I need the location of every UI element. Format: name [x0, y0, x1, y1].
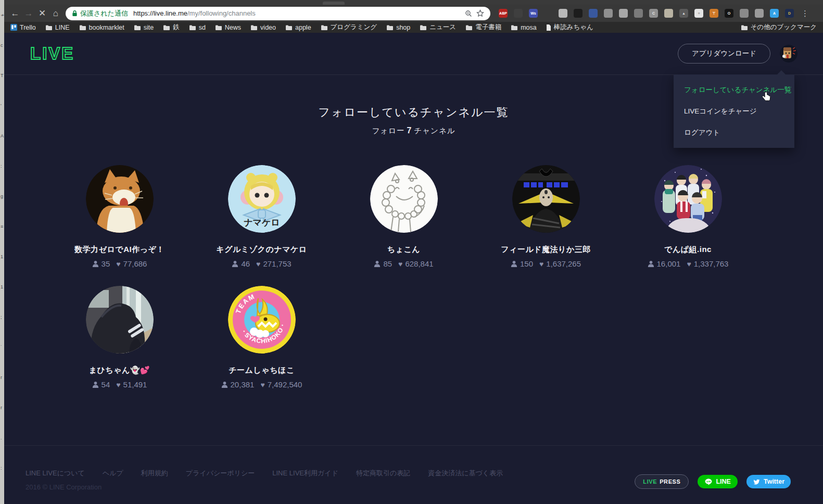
channel-card[interactable]: でんぱ組.inc 16,001 ♥ 1,337,763 [617, 165, 759, 268]
triangle-icon[interactable]: ▲ [679, 9, 688, 18]
footer-link-guide[interactable]: LINE LIVE利用ガイド [272, 469, 338, 478]
channel-card[interactable]: ちょこん 85 ♥ 628,841 [333, 165, 475, 268]
other-bookmarks[interactable]: その他のブックマーク [741, 23, 817, 32]
panda-icon[interactable] [574, 9, 583, 18]
translate-icon[interactable]: A [770, 9, 779, 18]
bookmark-item[interactable]: ニュース [420, 23, 456, 32]
bookmark-item[interactable]: News [215, 24, 241, 31]
channel-name: フィールド魔法りか三郎 [475, 245, 617, 255]
swirl-icon[interactable] [604, 9, 613, 18]
bulb-icon[interactable] [619, 9, 628, 18]
gray-one-icon[interactable] [740, 9, 749, 18]
bookmark-label: mosa [521, 24, 537, 31]
home-icon[interactable]: ⌂ [49, 8, 62, 19]
doc-icon[interactable]: ≡ [694, 9, 703, 18]
bookmark-item[interactable]: shop [386, 24, 410, 31]
wordservice-icon[interactable]: Ws [529, 9, 538, 18]
channel-card[interactable]: フィールド魔法りか三郎 150 ♥ 1,637,265 [475, 165, 617, 268]
menu-item-logout[interactable]: ログアウト [674, 122, 794, 143]
bookmark-item[interactable]: 鉄 [163, 23, 180, 32]
bookmark-item[interactable]: apple [285, 24, 311, 31]
channel-card[interactable]: TEAM・SYACHIHOKO・ チームしゃちほこ 20,381 ♥ 7,492… [191, 286, 333, 389]
c-ext-icon[interactable]: C [649, 9, 658, 18]
channel-avatar[interactable] [512, 165, 580, 233]
bookmark-item[interactable]: site [134, 24, 154, 31]
channel-avatar[interactable] [86, 165, 154, 233]
menu-item-charge-coins[interactable]: LIVEコインをチャージ [674, 100, 794, 122]
channel-stats: 20,381 ♥ 7,492,540 [191, 380, 333, 389]
channel-name: 数学力ゼロでAI作っぞ！ [48, 245, 191, 255]
app-download-button[interactable]: アプリダウンロード [678, 44, 770, 64]
footer-link-about[interactable]: LINE LIVEについて [26, 469, 85, 478]
tampermonkey-icon[interactable]: ⊤ [710, 9, 718, 18]
bookmark-item[interactable]: sd [189, 24, 206, 31]
gray-two-icon[interactable] [755, 9, 764, 18]
footer-link-privacy[interactable]: プライバシーポリシー [186, 469, 255, 478]
note-icon[interactable] [664, 9, 673, 18]
live-logo[interactable]: LIVE [30, 43, 75, 65]
bookmark-item[interactable]: 電子書籍 [465, 23, 501, 32]
user-avatar[interactable] [780, 45, 797, 62]
adblock-icon[interactable]: ABP [499, 9, 508, 18]
shield-icon[interactable] [634, 9, 643, 18]
bookmark-item[interactable]: bookmarklet [79, 24, 124, 31]
footer-link-settlement[interactable]: 資金決済法に基づく表示 [428, 469, 503, 478]
twitter-button[interactable]: Twitter [746, 475, 791, 488]
hearts-count: 628,841 [405, 259, 433, 268]
followers-icon [232, 260, 238, 267]
forward-icon[interactable]: → [22, 8, 35, 19]
footer-link-terms[interactable]: 利用規約 [141, 469, 168, 478]
folder-icon [386, 24, 394, 31]
bookmark-label: Trello [20, 24, 36, 31]
folder-icon [163, 24, 170, 31]
back-icon[interactable]: ← [8, 8, 22, 19]
lamp-icon[interactable] [559, 9, 567, 18]
hearts-count: 51,491 [123, 380, 147, 389]
bookmark-item[interactable]: 棒読みちゃん [546, 23, 593, 32]
bookmark-item[interactable]: プログラミング [321, 23, 377, 32]
live-press-button[interactable]: LIVEPRESS [635, 474, 689, 489]
footer-link-help[interactable]: ヘルプ [103, 469, 123, 478]
browser-toolbar: ← → ✕ ⌂ 保護された通信 https://live.line.me/my/… [4, 5, 823, 22]
line-button[interactable]: LINE [698, 475, 737, 488]
followers-count: 16,001 [657, 259, 681, 268]
channel-avatar[interactable] [370, 165, 438, 233]
bookmark-item[interactable]: LINE [45, 24, 70, 31]
copyright: 2016 © LINE Corporation [26, 483, 102, 491]
menu-item-following-channels[interactable]: フォローしているチャンネル一覧 [674, 79, 794, 100]
onetab-icon[interactable]: O [725, 9, 733, 18]
bookmark-star-icon[interactable] [476, 9, 484, 17]
channel-stats: 16,001 ♥ 1,337,763 [617, 259, 759, 268]
channel-card[interactable]: ナマケロ キグルミゾクのナマケロ 46 ♥ 271,753 [191, 165, 333, 268]
d-ext-icon[interactable]: D [785, 9, 794, 18]
channel-grid: 数学力ゼロでAI作っぞ！ 35 ♥ 77,686 ナマケロ キグルミゾクのナマケ… [48, 165, 759, 407]
mail-icon[interactable] [514, 9, 523, 18]
channel-avatar[interactable]: TEAM・SYACHIHOKO・ [228, 286, 296, 354]
folder-icon [79, 24, 86, 31]
channel-card[interactable]: まひちゃん👻💕 54 ♥ 51,491 [48, 286, 191, 389]
followers-count: 85 [383, 259, 392, 268]
hearts-icon: ♥ [256, 260, 260, 268]
zoom-icon[interactable] [465, 10, 472, 17]
folder-icon [250, 24, 258, 31]
bookmark-label: プログラミング [331, 23, 377, 32]
stop-icon[interactable]: ✕ [35, 8, 49, 19]
channel-card[interactable]: 数学力ゼロでAI作っぞ！ 35 ♥ 77,686 [48, 165, 191, 268]
active-tab[interactable] [323, 2, 345, 5]
line-bubble-icon [704, 477, 713, 486]
flag-icon[interactable] [589, 9, 598, 18]
url-bar[interactable]: 保護された通信 https://live.line.me/my/followin… [66, 7, 490, 20]
footer-link-commerce[interactable]: 特定商取引の表記 [356, 469, 410, 478]
secure-indicator[interactable]: 保護された通信 [72, 9, 128, 18]
subtitle-count: 7 [407, 126, 412, 135]
channel-avatar[interactable] [86, 286, 154, 354]
channel-avatar[interactable]: ナマケロ [228, 165, 296, 233]
page-icon [546, 24, 551, 31]
channel-avatar[interactable] [654, 165, 722, 233]
bookmark-item[interactable]: mosa [511, 24, 537, 31]
bookmark-item[interactable]: Trello [10, 24, 36, 31]
browser-menu-icon[interactable]: ⋮ [801, 9, 809, 18]
folder-icon [321, 24, 328, 31]
bookmark-item[interactable]: video [250, 24, 276, 31]
bookmark-label: 棒読みちゃん [554, 23, 593, 32]
